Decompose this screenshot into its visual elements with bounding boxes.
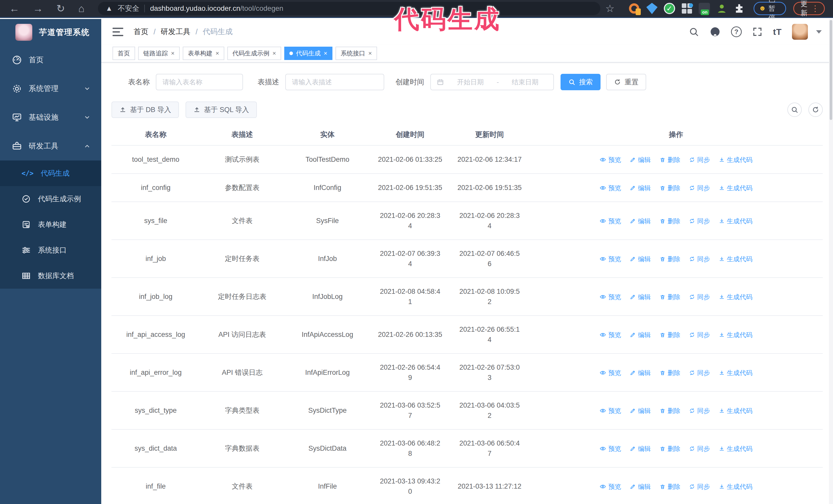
delete-link[interactable]: 删除	[660, 292, 681, 302]
bookmark-star-icon[interactable]: ☆	[605, 3, 615, 14]
sync-link[interactable]: 同步	[689, 330, 710, 340]
delete-link[interactable]: 删除	[660, 183, 681, 193]
date-range-picker[interactable]: 开始日期 - 结束日期	[430, 74, 554, 90]
sidebar-item-system-api[interactable]: 系统接口	[0, 237, 101, 263]
sidebar-item-codegen-example[interactable]: 代码生成示例	[0, 186, 101, 212]
extension-gem-icon[interactable]	[646, 3, 658, 14]
hamburger-icon[interactable]	[113, 28, 123, 36]
scrollbar-thumb[interactable]	[830, 20, 832, 120]
browser-forward-icon[interactable]: →	[33, 3, 43, 14]
delete-link[interactable]: 删除	[660, 368, 681, 378]
edit-link[interactable]: 编辑	[630, 481, 651, 492]
extension-key-icon[interactable]	[629, 3, 640, 14]
sidebar-item-codegen[interactable]: </> 代码生成	[0, 161, 101, 186]
github-icon[interactable]	[710, 26, 721, 38]
preview-link[interactable]: 预览	[599, 254, 621, 264]
edit-link[interactable]: 编辑	[630, 443, 651, 454]
preview-link[interactable]: 预览	[599, 154, 621, 165]
preview-link[interactable]: 预览	[599, 292, 621, 302]
import-sql-button[interactable]: 基于 SQL 导入	[186, 101, 257, 118]
extension-on-icon[interactable]: on	[699, 3, 710, 14]
security-label[interactable]: 不安全	[118, 4, 139, 13]
generate-code-link[interactable]: 生成代码	[719, 216, 753, 226]
preview-link[interactable]: 预览	[599, 330, 621, 340]
preview-link[interactable]: 预览	[599, 368, 621, 378]
sync-link[interactable]: 同步	[689, 154, 710, 165]
refresh-table-button[interactable]	[808, 102, 823, 117]
generate-code-link[interactable]: 生成代码	[719, 183, 753, 193]
delete-link[interactable]: 删除	[660, 216, 681, 226]
search-button[interactable]: 搜索	[561, 74, 600, 90]
edit-link[interactable]: 编辑	[630, 406, 651, 416]
end-date-field[interactable]: 结束日期	[502, 78, 548, 87]
sync-link[interactable]: 同步	[689, 216, 710, 226]
sidebar-item-devtools[interactable]: 研发工具	[0, 132, 101, 161]
preview-link[interactable]: 预览	[599, 443, 621, 454]
tab-codegen-example[interactable]: 代码生成示例 ×	[227, 47, 281, 60]
tab-home[interactable]: 首页	[113, 47, 135, 60]
sidebar-item-home[interactable]: 首页	[0, 46, 101, 74]
browser-update-button[interactable]: 更新 ⋮	[793, 2, 825, 15]
avatar[interactable]	[792, 24, 808, 40]
table-desc-input[interactable]	[285, 74, 384, 90]
browser-reload-icon[interactable]: ↻	[56, 3, 65, 14]
sync-link[interactable]: 同步	[689, 406, 710, 416]
sync-link[interactable]: 同步	[689, 254, 710, 264]
generate-code-link[interactable]: 生成代码	[719, 254, 753, 264]
sidebar-item-infra[interactable]: 基础设施	[0, 103, 101, 132]
browser-menu-icon[interactable]: ⋮	[811, 4, 819, 13]
profile-paused-badge[interactable]: 已暂停	[754, 2, 786, 15]
edit-link[interactable]: 编辑	[630, 183, 651, 193]
sync-link[interactable]: 同步	[689, 292, 710, 302]
generate-code-link[interactable]: 生成代码	[719, 154, 753, 165]
close-icon[interactable]: ×	[368, 50, 372, 56]
generate-code-link[interactable]: 生成代码	[719, 368, 753, 378]
tab-codegen[interactable]: 代码生成 ×	[284, 47, 332, 60]
sync-link[interactable]: 同步	[689, 368, 710, 378]
delete-link[interactable]: 删除	[660, 406, 681, 416]
sidebar-item-db-doc[interactable]: 数据库文档	[0, 263, 101, 289]
sync-link[interactable]: 同步	[689, 183, 710, 193]
preview-link[interactable]: 预览	[599, 216, 621, 226]
edit-link[interactable]: 编辑	[630, 330, 651, 340]
browser-home-icon[interactable]: ⌂	[78, 3, 85, 14]
extensions-puzzle-icon[interactable]	[734, 3, 745, 14]
extension-grid-icon[interactable]	[681, 3, 693, 14]
address-bar[interactable]: ▲ 不安全 dashboard.yudao.iocoder.cn/tool/co…	[98, 2, 600, 15]
delete-link[interactable]: 删除	[660, 154, 681, 165]
scrollbar-track[interactable]	[829, 19, 833, 504]
avatar-caret-icon[interactable]	[816, 30, 822, 33]
breadcrumb-devtools[interactable]: 研发工具	[161, 27, 190, 37]
generate-code-link[interactable]: 生成代码	[719, 443, 753, 454]
delete-link[interactable]: 删除	[660, 330, 681, 340]
edit-link[interactable]: 编辑	[630, 216, 651, 226]
breadcrumb-home[interactable]: 首页	[134, 27, 148, 37]
sidebar-logo[interactable]: 芋道管理系统	[0, 19, 101, 46]
tab-tracing[interactable]: 链路追踪 ×	[138, 47, 180, 60]
edit-link[interactable]: 编辑	[630, 368, 651, 378]
edit-link[interactable]: 编辑	[630, 254, 651, 264]
extension-person-icon[interactable]	[716, 3, 728, 14]
text-size-icon[interactable]: tT	[773, 27, 782, 37]
import-db-button[interactable]: 基于 DB 导入	[112, 101, 179, 118]
table-name-input[interactable]	[156, 74, 243, 90]
sidebar-item-form-builder[interactable]: 表单构建	[0, 212, 101, 237]
delete-link[interactable]: 删除	[660, 481, 681, 492]
start-date-field[interactable]: 开始日期	[448, 78, 493, 87]
delete-link[interactable]: 删除	[660, 254, 681, 264]
search-icon[interactable]	[688, 26, 699, 37]
help-icon[interactable]: ?	[731, 26, 742, 37]
tab-system-api[interactable]: 系统接口 ×	[335, 47, 377, 60]
generate-code-link[interactable]: 生成代码	[719, 406, 753, 416]
close-icon[interactable]: ×	[171, 50, 174, 56]
generate-code-link[interactable]: 生成代码	[719, 481, 753, 492]
sync-link[interactable]: 同步	[689, 481, 710, 492]
fullscreen-icon[interactable]	[752, 26, 763, 37]
close-icon[interactable]: ×	[216, 50, 219, 56]
generate-code-link[interactable]: 生成代码	[719, 292, 753, 302]
delete-link[interactable]: 删除	[660, 443, 681, 454]
preview-link[interactable]: 预览	[599, 481, 621, 492]
edit-link[interactable]: 编辑	[630, 292, 651, 302]
browser-back-icon[interactable]: ←	[9, 3, 20, 14]
sync-link[interactable]: 同步	[689, 443, 710, 454]
